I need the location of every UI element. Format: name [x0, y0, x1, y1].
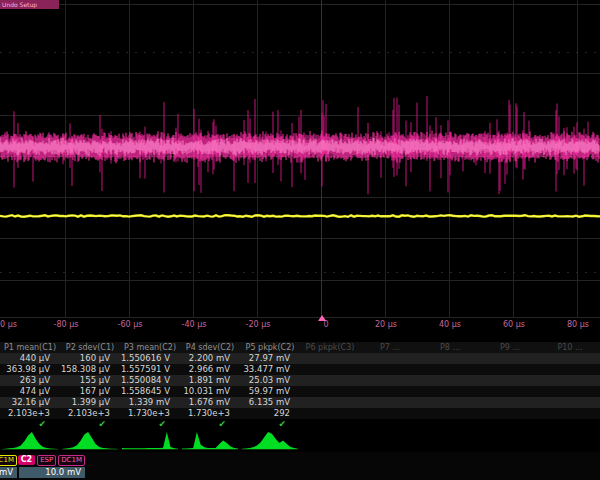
measure-cell — [540, 353, 600, 364]
measure-cell — [300, 353, 360, 364]
measure-cell: 25.03 mV — [240, 375, 300, 386]
measure-cell: 33.477 mV — [240, 364, 300, 375]
waveform-traces — [0, 0, 600, 330]
measure-cell — [300, 375, 360, 386]
measure-cell — [360, 408, 420, 419]
measure-cell — [480, 375, 540, 386]
measure-cell: 2.966 mV — [180, 364, 240, 375]
measure-row-value: 440 µV160 µV1.550616 V2.200 mV27.97 mV — [0, 353, 600, 364]
measure-cell — [300, 408, 360, 419]
measure-row-min: 263 µV155 µV1.550084 V1.891 mV25.03 mV — [0, 375, 600, 386]
measure-cell: 2.103e+3 — [0, 408, 60, 419]
measure-cell — [540, 408, 600, 419]
c2-vdiv-value: 10.0 mV — [19, 467, 85, 478]
measure-cell — [300, 397, 360, 408]
histicon-P5[interactable] — [242, 430, 298, 450]
status-check-icon: ✔ — [0, 419, 60, 429]
measure-cell — [300, 386, 360, 397]
param-header[interactable]: P6 pkpk(C3) — [300, 342, 360, 353]
measure-cell: 1.891 mV — [180, 375, 240, 386]
measure-cell — [300, 364, 360, 375]
histicon-P1[interactable] — [2, 430, 58, 450]
axis-tick-label: 40 µs — [439, 320, 461, 329]
status-check-icon — [420, 419, 480, 429]
measure-cell — [420, 364, 480, 375]
measure-cell: 1.339 mV — [120, 397, 180, 408]
histicon-P2[interactable] — [62, 430, 118, 450]
measure-table: P1 mean(C1)P2 sdev(C1)P3 mean(C2)P4 sdev… — [0, 342, 600, 429]
measure-cell: 292 — [240, 408, 300, 419]
measure-row-max: 474 µV167 µV1.558645 V10.031 mV59.97 mV — [0, 386, 600, 397]
param-header[interactable]: P1 mean(C1) — [0, 342, 60, 353]
measure-cell: 1.558645 V — [120, 386, 180, 397]
measure-cell: 32.16 µV — [0, 397, 60, 408]
measure-cell — [360, 353, 420, 364]
param-header[interactable]: P7 ... — [360, 342, 420, 353]
histicon-P4[interactable] — [182, 430, 238, 450]
param-header[interactable]: P9 ... — [480, 342, 540, 353]
measure-cell: 1.550616 V — [120, 353, 180, 364]
status-check-icon: ✔ — [120, 419, 180, 429]
measure-cell — [360, 386, 420, 397]
measure-cell: 440 µV — [0, 353, 60, 364]
axis-tick-label: -80 µs — [54, 320, 79, 329]
param-header[interactable]: P5 pkpk(C2) — [240, 342, 300, 353]
measure-cell: 6.135 mV — [240, 397, 300, 408]
measure-cell: 2.200 mV — [180, 353, 240, 364]
status-check-icon — [480, 419, 540, 429]
measure-cell — [480, 408, 540, 419]
param-header[interactable]: P3 mean(C2) — [120, 342, 180, 353]
c1-vdiv-value: 10.0 mV — [0, 467, 17, 478]
measure-cell: 263 µV — [0, 375, 60, 386]
status-check-icon: ✔ — [240, 419, 300, 429]
measure-row-num: 2.103e+32.103e+31.730e+31.730e+3292 — [0, 408, 600, 419]
channel-c1-descriptor[interactable]: C1 DC1M 10.0 mV — [0, 454, 17, 478]
measure-cell — [360, 397, 420, 408]
measure-cell — [420, 353, 480, 364]
measure-cell: 59.97 mV — [240, 386, 300, 397]
measure-cell — [540, 397, 600, 408]
measure-cell — [480, 386, 540, 397]
measure-cell — [420, 397, 480, 408]
measure-cell: 363.98 µV — [0, 364, 60, 375]
channel-c2-descriptor[interactable]: C2 ESP DC1M 10.0 mV — [19, 454, 85, 478]
measure-cell — [360, 375, 420, 386]
oscilloscope-screen: Undo Setup -100 µs-80 µs-60 µs-40 µs-20 … — [0, 0, 600, 480]
param-header[interactable]: P2 sdev(C1) — [60, 342, 120, 353]
measure-cell: 158.308 µV — [60, 364, 120, 375]
param-header[interactable]: P8 ... — [420, 342, 480, 353]
measure-cell: 10.031 mV — [180, 386, 240, 397]
axis-tick-label: 20 µs — [375, 320, 397, 329]
status-check-icon: ✔ — [180, 419, 240, 429]
c2-coupling-badge: DC1M — [58, 455, 85, 466]
measure-row-sdev: 32.16 µV1.399 µV1.339 mV1.676 mV6.135 mV — [0, 397, 600, 408]
measure-cell: 1.550084 V — [120, 375, 180, 386]
measure-cell — [540, 364, 600, 375]
axis-tick-label: -20 µs — [246, 320, 271, 329]
measure-cell: 167 µV — [60, 386, 120, 397]
measure-cell: 1.730e+3 — [180, 408, 240, 419]
param-header[interactable]: P10 ... — [540, 342, 600, 353]
measure-cell — [480, 397, 540, 408]
measure-cell: 155 µV — [60, 375, 120, 386]
status-check-icon: ✔ — [60, 419, 120, 429]
measure-cell — [420, 408, 480, 419]
measure-cell: 1.676 mV — [180, 397, 240, 408]
status-row: ✔✔✔✔✔ — [0, 419, 600, 429]
measure-cell — [360, 364, 420, 375]
c2-label: C2 — [18, 455, 35, 465]
axis-tick-label: -40 µs — [182, 320, 207, 329]
measure-cell — [480, 364, 540, 375]
c1-coupling-badge: DC1M — [0, 455, 17, 466]
measure-cell — [480, 353, 540, 364]
measure-cell: 1.730e+3 — [120, 408, 180, 419]
measure-row-mean: 363.98 µV158.308 µV1.557591 V2.966 mV33.… — [0, 364, 600, 375]
measure-cell: 160 µV — [60, 353, 120, 364]
measure-cell: 1.399 µV — [60, 397, 120, 408]
status-check-icon — [540, 419, 600, 429]
trigger-position-icon[interactable] — [318, 315, 326, 321]
time-axis: -100 µs-80 µs-60 µs-40 µs-20 µs020 µs40 … — [0, 317, 600, 333]
histicon-P3[interactable] — [122, 430, 178, 450]
undo-setup-badge[interactable]: Undo Setup — [0, 0, 59, 9]
param-header[interactable]: P4 sdev(C2) — [180, 342, 240, 353]
